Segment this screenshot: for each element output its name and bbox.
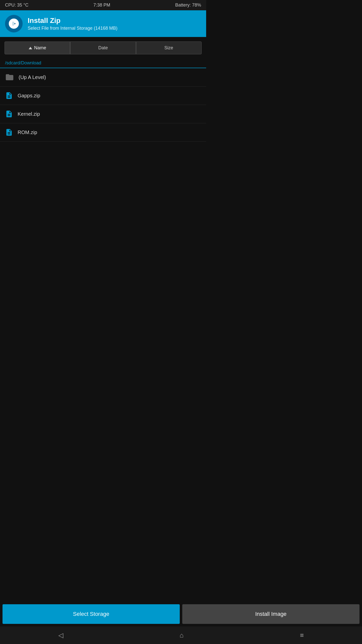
battery-status: Battery: 78%	[175, 3, 201, 8]
sort-size-button[interactable]: Size	[136, 42, 202, 54]
zip-file-icon	[5, 128, 13, 137]
sort-size-label: Size	[164, 45, 173, 51]
list-item[interactable]: Kernel.zip	[0, 105, 206, 123]
file-name: Kernel.zip	[18, 111, 40, 117]
header-text: Install Zip Select File from Internal St…	[28, 17, 117, 31]
list-item[interactable]: (Up A Level)	[0, 68, 206, 87]
list-item[interactable]: Gapps.zip	[0, 87, 206, 105]
list-item[interactable]: ROM.zip	[0, 123, 206, 142]
sort-date-button[interactable]: Date	[70, 42, 136, 54]
zip-file-icon	[5, 109, 13, 118]
app-header: Install Zip Select File from Internal St…	[0, 10, 206, 37]
status-bar: CPU: 35 °C 7:38 PM Battery: 78%	[0, 0, 206, 10]
sort-date-label: Date	[98, 45, 108, 51]
current-path: /sdcard/Download	[0, 57, 206, 68]
time-status: 7:38 PM	[94, 3, 110, 8]
file-name: Gapps.zip	[18, 93, 40, 99]
folder-icon	[5, 73, 14, 82]
sort-bar: Name Date Size	[0, 37, 206, 54]
header-subtitle: Select File from Internal Storage (14168…	[28, 26, 117, 31]
sort-name-button[interactable]: Name	[5, 42, 70, 54]
install-zip-icon	[8, 18, 19, 29]
header-title: Install Zip	[28, 17, 117, 25]
file-list: (Up A Level) Gapps.zip Kernel.zip ROM.zi…	[0, 68, 206, 142]
cpu-status: CPU: 35 °C	[5, 3, 28, 8]
zip-file-icon	[5, 91, 13, 100]
sort-name-label: Name	[34, 45, 46, 51]
file-name: (Up A Level)	[19, 74, 46, 80]
file-name: ROM.zip	[18, 130, 37, 135]
sort-arrow-icon	[29, 47, 32, 49]
app-icon	[5, 15, 23, 32]
